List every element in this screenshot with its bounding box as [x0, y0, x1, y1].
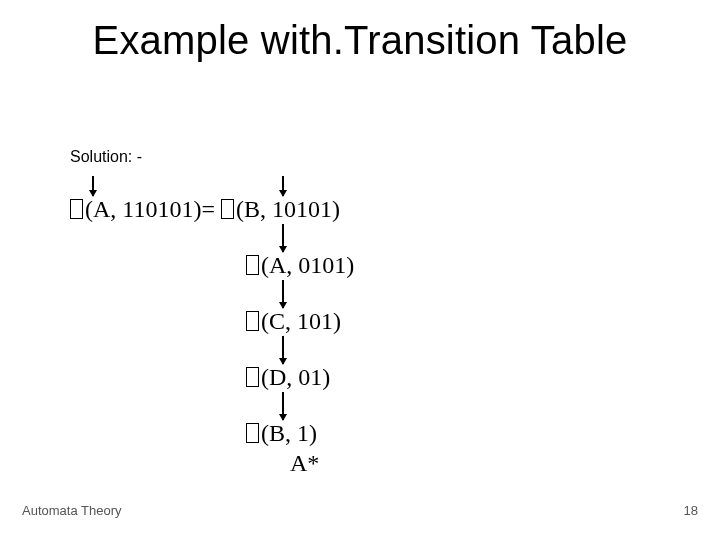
step-text: (A, 0101) [261, 252, 354, 278]
arrow-down-icon [282, 280, 284, 308]
delta-box-icon [246, 423, 259, 443]
delta-box-icon [221, 199, 234, 219]
derivation-step-1: (A, 0101) [246, 252, 354, 279]
derivation-step-0: (A, 110101)= (B, 10101) [70, 196, 340, 223]
step-text: (C, 101) [261, 308, 341, 334]
step-text: (D, 01) [261, 364, 330, 390]
arrow-down-icon [282, 224, 284, 252]
delta-box-icon [246, 255, 259, 275]
step-text: (A, 110101)= [85, 196, 221, 222]
arrow-down-icon [92, 176, 94, 196]
arrow-down-icon [282, 392, 284, 420]
solution-label: Solution: - [70, 148, 142, 166]
step-text: (B, 10101) [236, 196, 340, 222]
slide-title: Example with.Transition Table [0, 18, 720, 63]
slide-number: 18 [684, 503, 698, 518]
delta-box-icon [246, 367, 259, 387]
derivation-step-2: (C, 101) [246, 308, 341, 335]
final-state: A* [290, 450, 319, 477]
footer-topic: Automata Theory [22, 503, 121, 518]
delta-box-icon [70, 199, 83, 219]
derivation-step-4: (B, 1) [246, 420, 317, 447]
arrow-down-icon [282, 336, 284, 364]
arrow-down-icon [282, 176, 284, 196]
delta-box-icon [246, 311, 259, 331]
derivation-step-3: (D, 01) [246, 364, 330, 391]
step-text: (B, 1) [261, 420, 317, 446]
